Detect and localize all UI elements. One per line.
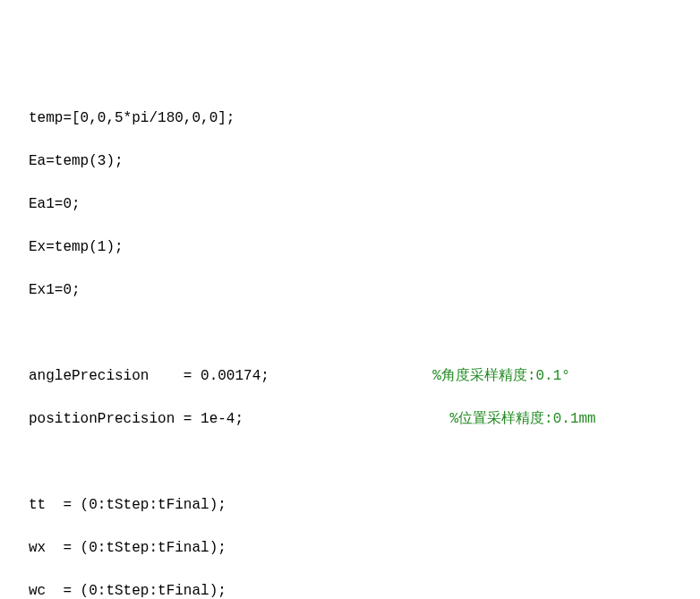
code-line (29, 451, 700, 473)
code-line: Ea1=0; (29, 193, 700, 215)
code-line: Ex1=0; (29, 279, 700, 301)
code-line: positionPrecision = 1e-4; %位置采样精度:0.1mm (29, 408, 700, 430)
code-line (29, 322, 700, 344)
code-line: tt = (0:tStep:tFinal); (29, 494, 700, 516)
code-line: anglePrecision = 0.00174; %角度采样精度:0.1° (29, 365, 700, 387)
code-line: wx = (0:tStep:tFinal); (29, 537, 700, 559)
code-comment: %位置采样精度:0.1mm (449, 411, 595, 427)
code-comment: %角度采样精度:0.1° (432, 368, 570, 384)
code-block: temp=[0,0,5*pi/180,0,0]; Ea=temp(3); Ea1… (29, 86, 700, 599)
code-line: Ea=temp(3); (29, 150, 700, 172)
code-text: anglePrecision = 0.00174; (29, 368, 432, 384)
code-line: Ex=temp(1); (29, 236, 700, 258)
code-line: wc = (0:tStep:tFinal); (29, 580, 700, 599)
code-text: positionPrecision = 1e-4; (29, 411, 449, 427)
code-line: temp=[0,0,5*pi/180,0,0]; (29, 107, 700, 129)
